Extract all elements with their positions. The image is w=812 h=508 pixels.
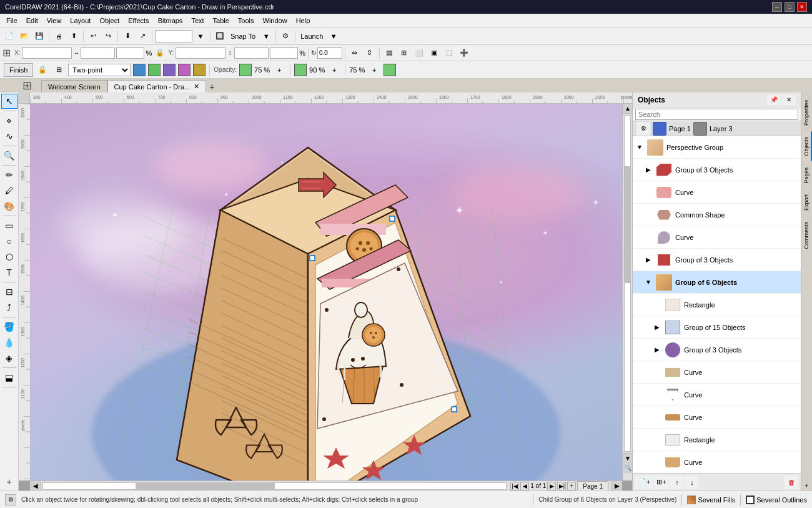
hscroll-thumb[interactable] — [136, 483, 274, 489]
pages-tab[interactable]: Pages — [802, 162, 812, 189]
connector-tool[interactable]: ⤴ — [1, 300, 17, 315]
rect-tool[interactable]: ▭ — [1, 218, 17, 233]
h-input[interactable]: 496.62 px — [234, 47, 269, 59]
undo-button[interactable]: ↩ — [86, 29, 100, 43]
menu-text[interactable]: Text — [187, 16, 207, 26]
h-pct[interactable]: 108.2 — [270, 47, 298, 59]
delete-object-button[interactable]: 🗑 — [785, 476, 798, 489]
expand-icon-6[interactable]: ▼ — [644, 278, 653, 287]
perspective-mode-select[interactable]: Two-point — [68, 64, 131, 76]
color-swatch-blue[interactable] — [133, 64, 146, 76]
menu-bitmaps[interactable]: Bitmaps — [154, 16, 187, 26]
right-tabs-expand[interactable]: + — [802, 481, 812, 491]
tab-close-icon[interactable]: ✕ — [194, 82, 199, 91]
objects-search-input[interactable] — [635, 109, 798, 120]
text-tool[interactable]: T — [1, 265, 17, 280]
expand-icon-9[interactable]: ▶ — [653, 346, 661, 354]
w-pct[interactable]: 108.2 — [116, 47, 144, 59]
obj-curvec[interactable]: ▶ Curve — [633, 384, 801, 406]
layer-button[interactable]: ⬜ — [412, 46, 426, 60]
select-tool[interactable]: ↖ — [1, 94, 17, 109]
menu-layout[interactable]: Layout — [66, 16, 94, 26]
fill-tool[interactable]: 🪣 — [1, 319, 17, 334]
save-button[interactable]: 💾 — [32, 29, 46, 43]
outline-swatch[interactable] — [746, 496, 755, 504]
menu-help[interactable]: Help — [292, 16, 314, 26]
hscroll-track[interactable] — [42, 482, 507, 490]
group-button[interactable]: ▣ — [427, 46, 441, 60]
close-button[interactable]: ✕ — [797, 2, 807, 12]
obj-curvee[interactable]: ▶ Curve — [633, 451, 801, 473]
straighten-tool[interactable]: ∿ — [1, 129, 17, 144]
polygon-tool[interactable]: ⬡ — [1, 249, 17, 264]
perspective-lock-button[interactable]: 🔒 — [36, 63, 49, 77]
snap-dropdown[interactable]: ▼ — [259, 29, 273, 43]
new-button[interactable]: 📄 — [2, 29, 16, 43]
cupcake-carton[interactable] — [127, 141, 489, 481]
mirror-v-button[interactable]: ⇕ — [363, 46, 377, 60]
fill-swatch[interactable] — [687, 496, 696, 504]
snap-icon[interactable]: 🔲 — [213, 29, 227, 43]
parallel-dim-tool[interactable]: ⊟ — [1, 284, 17, 299]
menu-table[interactable]: Table — [209, 16, 233, 26]
add-button-bottom[interactable]: + — [1, 474, 17, 489]
menu-tools[interactable]: Tools — [234, 16, 258, 26]
opacity2-add[interactable]: + — [327, 63, 341, 77]
obj-perspective-group[interactable]: ▼ Perspective Group — [633, 136, 801, 159]
add-layer-button[interactable]: ➕ — [457, 46, 471, 60]
move-up-button[interactable]: ↑ — [670, 476, 684, 489]
mirror-h-button[interactable]: ⇔ — [348, 46, 362, 60]
move-down-button[interactable]: ↓ — [685, 476, 699, 489]
launch-dropdown[interactable]: ▼ — [327, 29, 340, 43]
obj-curveb[interactable]: ▶ Curve — [633, 361, 801, 384]
finish-button[interactable]: Finish — [4, 63, 33, 77]
minimize-button[interactable]: ─ — [772, 2, 782, 12]
art-media-tool[interactable]: 🎨 — [1, 199, 17, 214]
obj-group3c[interactable]: ▶ Group of 3 Objects — [633, 339, 801, 361]
lock-proportions[interactable]: 🔒 — [153, 46, 167, 60]
obj-group3b[interactable]: ▶ Group of 3 Objects — [633, 249, 801, 271]
obj-curve2[interactable]: ▶ Curve — [633, 226, 801, 249]
eyedropper-tool[interactable]: 💧 — [1, 335, 17, 350]
obj-common-shape[interactable]: ▶ Common Shape — [633, 204, 801, 226]
zoom-fit[interactable]: 🔍 — [623, 463, 632, 473]
tab-add-button[interactable]: + — [206, 81, 217, 92]
node-tool[interactable]: ⋄ — [1, 113, 17, 128]
vscroll-down[interactable]: ▼ — [623, 453, 632, 463]
page-last[interactable]: ▶| — [557, 482, 566, 491]
freehand-tool[interactable]: ✏ — [1, 167, 17, 182]
export-tab[interactable]: Export — [802, 189, 812, 216]
page-add[interactable]: + — [567, 482, 576, 491]
obj-rectb[interactable]: ▶ Rectangle — [633, 429, 801, 451]
open-button[interactable]: 📂 — [17, 29, 31, 43]
tab-welcome[interactable]: Welcome Screen — [41, 80, 107, 92]
objects-close-button[interactable]: ✕ — [782, 95, 796, 105]
properties-tab[interactable]: Properties — [802, 95, 812, 131]
y-input[interactable]: 1,137.67 px — [176, 47, 225, 59]
obj-curve1[interactable]: ▶ Curve — [633, 181, 801, 204]
publish-button[interactable]: ↗ — [136, 29, 149, 43]
menu-window[interactable]: Window — [259, 16, 291, 26]
menu-object[interactable]: Object — [96, 16, 123, 26]
opacity1-add[interactable]: + — [272, 63, 286, 77]
menu-file[interactable]: File — [2, 16, 21, 26]
snap-to-button[interactable]: Snap To — [228, 29, 258, 43]
hscroll-left[interactable]: ◀ — [30, 481, 41, 491]
align-button[interactable]: ▤ — [382, 46, 396, 60]
add-layer-button[interactable]: 📄+ — [635, 476, 653, 489]
perspective-grid-button[interactable]: ⊞ — [52, 63, 66, 77]
opacity3-add[interactable]: + — [367, 63, 381, 77]
vertical-scrollbar[interactable]: ▲ ▼ 🔍 — [622, 104, 632, 481]
launch-button[interactable]: Launch — [298, 29, 325, 43]
maximize-button[interactable]: □ — [785, 2, 795, 12]
menu-view[interactable]: View — [43, 16, 66, 26]
ellipse-tool[interactable]: ○ — [1, 234, 17, 249]
expand-icon-1[interactable]: ▶ — [644, 166, 653, 174]
import-button[interactable]: ⬇ — [121, 29, 134, 43]
page-tab[interactable]: Page 1 — [577, 481, 608, 491]
blend-tool[interactable]: ⬓ — [1, 370, 17, 385]
zoom-input[interactable]: 227% — [155, 30, 192, 42]
comments-tab[interactable]: Comments — [802, 217, 812, 254]
expand-icon-0[interactable]: ▼ — [635, 143, 644, 152]
objects-tab[interactable]: Objects — [802, 132, 812, 161]
